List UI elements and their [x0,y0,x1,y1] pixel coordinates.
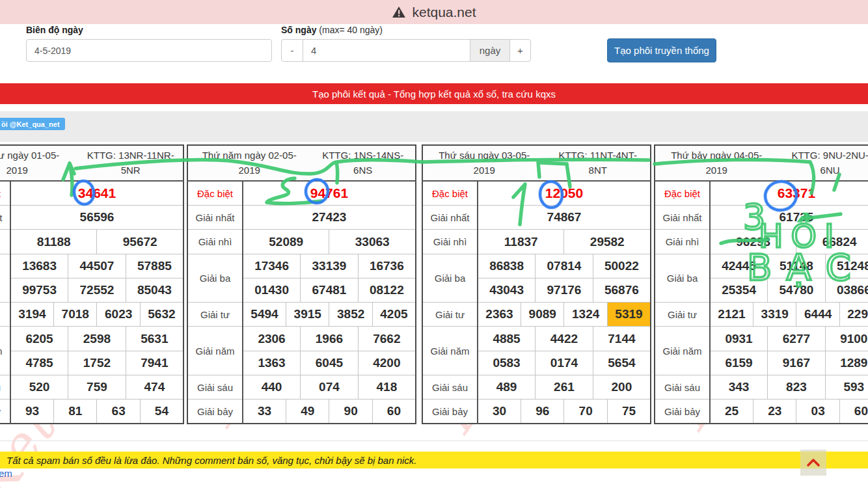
prize-cell: 489 [478,375,536,399]
table-kttg-header: KTTG: 11NT-4NT-8NT [545,148,650,178]
table-kttg-header: KTTG: 9NU-2NU-6NU [778,148,868,178]
prize-cell: 57885 [126,254,183,278]
prize-cell: 25 [710,400,753,424]
prize-cell: 93 [10,400,53,424]
prize-cell: 4422 [536,327,593,351]
result-table-sat-04-05: Thứ bảy ngày 04-05-2019 KTTG: 9NU-2NU-6N… [654,144,868,424]
prize-cell: 4200 [358,351,416,375]
prize-cell: 74867 [478,206,651,230]
row-label-special: Đặc biệt [187,181,243,205]
ketqua-net-page: { "colors": { "topbar_pink": "#f6d7d7", … [0,0,868,488]
prize-cell: 97176 [536,278,593,302]
prize-cell: 1289 [825,351,868,375]
top-bar: ketqua.net [0,0,868,24]
chevron-up-icon [805,457,822,468]
prize-cell: 2306 [243,327,301,351]
prize-cell-highlighted: 5319 [607,303,651,327]
table-kttg-header: KTTG: 13NR-11NR-5NR [78,148,183,178]
prize-cell: 54780 [768,278,826,302]
result-table-thu-02-05: Thứ năm ngày 02-05-2019 KTTG: 1NS-14NS-6… [187,144,416,424]
prize-cell: 81 [53,400,96,424]
prize-cell: 593 [825,375,868,399]
prize-cell: 2598 [68,327,126,351]
prize-cell: 7018 [53,303,96,327]
row-label-fourth: Giải tư [655,303,710,327]
create-traditional-button[interactable]: Tạo phôi truyền thống [607,38,716,62]
prize-cell: 95672 [97,230,183,254]
prize-cell: 3852 [329,303,372,327]
prize-cell: 9100 [825,327,868,351]
prize-cell: 1363 [243,351,301,375]
row-label-second: Giải nhì [0,230,10,254]
row-label-first: Giải nhất [655,206,710,230]
row-label-special: Đặc biệt [0,181,10,205]
row-label-sixth: Giải sáu [187,375,243,399]
prize-cell: 30 [478,400,521,424]
prize-cell: 5494 [243,303,286,327]
prize-cell: 759 [68,375,126,399]
scroll-to-top-button[interactable] [800,450,826,476]
prize-cell: 5632 [140,303,183,327]
row-label-special: Đặc biệt [422,181,478,205]
date-range-input[interactable]: 4-5-2019 [26,39,272,62]
row-label-special: Đặc biệt [655,181,710,205]
twitter-follow-button[interactable]: ồi @Ket_qua_net [0,118,65,130]
prize-cell: 63 [97,400,140,424]
prize-cell: 01430 [243,278,301,302]
table-kttg-header: KTTG: 1NS-14NS-6NS [310,148,415,178]
prize-cell: 074 [301,375,359,399]
prize-cell: 5654 [593,351,651,375]
row-label-fourth: Giải tư [0,303,10,327]
prize-cell: 03 [796,400,839,424]
days-label-text: Số ngày [281,25,316,35]
special-prize: 34641 [10,181,183,205]
result-table-fri-03-05: Thứ sáu ngày 03-05-2019 KTTG: 11NT-4NT-8… [422,144,651,424]
footer-divider [0,441,868,441]
plus-button[interactable]: + [509,39,531,62]
minus-button[interactable]: - [281,39,303,62]
date-range-label: Biên độ ngày [26,25,83,35]
prize-cell: 0931 [710,327,768,351]
prize-cell: 60 [372,400,416,424]
prize-cell: 54 [140,400,183,424]
prize-cell: 33139 [301,254,359,278]
prize-cell: 07814 [536,254,593,278]
row-label-sixth: Giải sáu [0,375,10,399]
site-banner: Tạo phôi kết quả - Tổng hợp kết quả xổ s… [0,83,868,104]
row-label-third: Giải ba [422,254,478,303]
prize-cell: 6045 [301,351,359,375]
prize-cell: 60 [839,400,868,424]
row-label-second: Giải nhì [655,230,710,254]
days-label: Số ngày (max= 40 ngày) [281,25,383,35]
prize-cell: 2363 [478,303,521,327]
row-label-third: Giải ba [0,254,10,303]
prize-cell: 51248 [825,254,868,278]
prize-cell: 3915 [286,303,329,327]
prize-cell: 08122 [358,278,416,302]
row-label-sixth: Giải sáu [655,375,710,399]
prize-cell: 86838 [478,254,536,278]
prize-cell: 75 [607,400,651,424]
prize-cell: 70 [564,400,607,424]
prize-cell: 6277 [768,327,826,351]
row-label-second: Giải nhì [422,230,478,254]
table-day-header: Thứ năm ngày 02-05-2019 [188,148,310,178]
prize-cell: 440 [243,375,301,399]
prize-cell: 67481 [301,278,359,302]
row-label-seventh: Giải bảy [422,400,478,424]
row-label-seventh: Giải bảy [655,400,710,424]
prize-cell: 4885 [478,327,536,351]
prize-cell: 61735 [710,206,868,230]
clipped-link[interactable]: em [0,468,12,479]
prize-cell: 66824 [796,230,868,254]
prize-cell: 03866 [825,278,868,302]
prize-cell: 1752 [68,351,126,375]
row-label-fifth: Giải năm [187,327,243,375]
prize-cell: 44507 [68,254,126,278]
prize-cell: 6023 [97,303,140,327]
table-day-header: Thứ sáu ngày 03-05-2019 [423,148,545,178]
prize-cell: 2296 [839,303,868,327]
site-title: ketqua.net [412,5,476,20]
days-input[interactable]: 4 [303,39,470,62]
prize-cell: 72552 [68,278,126,302]
